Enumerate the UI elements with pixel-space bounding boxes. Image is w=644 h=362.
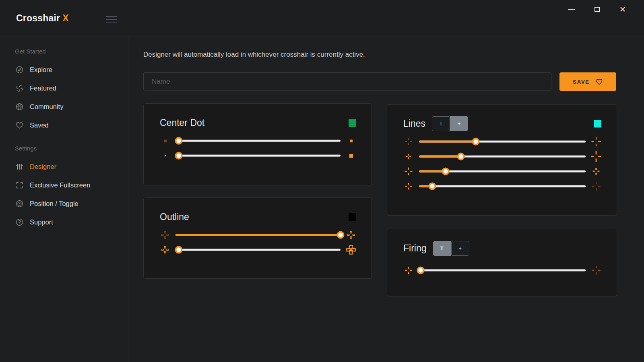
center-dot-size-row xyxy=(160,152,356,160)
globe-icon xyxy=(15,102,24,111)
crosshair-name-input[interactable] xyxy=(143,72,551,90)
lines-gap-slider[interactable] xyxy=(419,167,586,175)
center-dot-opacity-slider[interactable] xyxy=(175,137,341,145)
lines-toggle-plus-button[interactable]: + xyxy=(450,116,468,131)
save-button[interactable]: SAVE xyxy=(559,72,616,91)
firing-toggle-plus-button[interactable]: + xyxy=(451,241,469,256)
close-icon: ✕ xyxy=(619,6,626,13)
close-button[interactable]: ✕ xyxy=(617,4,628,14)
sidebar-item-designer[interactable]: Designer xyxy=(0,157,128,176)
lines-gap-row xyxy=(403,167,601,175)
sidebar-item-exclusive-fullscreen[interactable]: Exclusive Fullscreen xyxy=(0,176,128,194)
slider-thumb[interactable] xyxy=(337,231,345,239)
firing-title: Firing xyxy=(403,243,427,254)
lines-opacity-slider[interactable] xyxy=(419,182,586,190)
sidebar: Get Started Explore Featured Community S… xyxy=(0,37,128,362)
crosshair-outline-icon xyxy=(346,230,356,240)
slider-thumb[interactable] xyxy=(442,168,450,175)
logo-brand: Crosshair xyxy=(16,13,60,23)
crosshair-tight-icon xyxy=(403,265,414,276)
lines-length-slider[interactable] xyxy=(419,138,586,146)
crosshair-thick-dash-icon xyxy=(591,166,601,177)
crosshair-long-icon xyxy=(591,136,601,147)
slider-thumb[interactable] xyxy=(429,183,436,190)
crosshair-large-icon xyxy=(591,151,601,162)
outline-thickness-slider[interactable] xyxy=(175,246,341,254)
menu-icon[interactable] xyxy=(106,16,117,25)
heart-icon xyxy=(595,78,603,86)
lines-thickness-row xyxy=(403,152,601,160)
outline-thickness-row xyxy=(160,246,356,254)
maximize-icon xyxy=(594,7,600,12)
help-icon xyxy=(15,218,24,226)
slider-thumb[interactable] xyxy=(417,267,425,274)
designer-description: Designer will automatically load in whic… xyxy=(143,51,365,59)
window-controls: ✕ xyxy=(566,3,628,15)
outline-title: Outline xyxy=(160,212,189,222)
slider-thumb[interactable] xyxy=(175,137,183,145)
lines-color-swatch[interactable] xyxy=(594,120,601,128)
title-bar: CrosshairX ✕ xyxy=(0,0,644,37)
crosshair-small-icon xyxy=(403,151,414,162)
sidebar-item-label: Community xyxy=(30,103,63,111)
section-label-settings: Settings xyxy=(0,145,128,152)
crosshair-spread-dim-icon xyxy=(591,265,601,276)
center-dot-size-slider[interactable] xyxy=(175,152,341,160)
firing-toggle-t-button[interactable]: T xyxy=(433,241,451,256)
sidebar-item-position-toggle[interactable]: Position / Toggle xyxy=(0,194,128,213)
sidebar-item-label: Explore xyxy=(30,66,52,74)
sidebar-item-label: Position / Toggle xyxy=(30,200,78,208)
sidebar-item-label: Support xyxy=(30,218,53,226)
slider-thumb[interactable] xyxy=(457,153,464,160)
center-dot-opacity-row xyxy=(160,137,356,145)
outline-color-swatch[interactable] xyxy=(349,213,356,221)
sidebar-item-support[interactable]: Support xyxy=(0,213,128,231)
dot-large-icon xyxy=(346,150,356,161)
sliders-icon xyxy=(15,162,24,171)
dot-solid-icon xyxy=(346,136,356,146)
sidebar-item-community[interactable]: Community xyxy=(0,97,128,116)
sidebar-item-explore[interactable]: Explore xyxy=(0,60,128,79)
sidebar-item-label: Designer xyxy=(30,163,56,171)
outline-opacity-row xyxy=(160,231,356,239)
center-dot-title: Center Dot xyxy=(160,117,204,128)
lines-thickness-slider[interactable] xyxy=(419,152,586,160)
lines-title: Lines xyxy=(403,118,425,129)
app-logo: CrosshairX xyxy=(16,13,69,24)
slider-thumb[interactable] xyxy=(175,152,183,160)
target-icon xyxy=(15,199,24,208)
sidebar-item-featured[interactable]: Featured xyxy=(0,79,128,97)
sidebar-item-saved[interactable]: Saved xyxy=(0,116,128,134)
crosshair-thick-outline-icon xyxy=(346,245,356,255)
section-label-get-started: Get Started xyxy=(0,48,128,55)
maximize-button[interactable] xyxy=(592,4,602,14)
crosshair-short-dim-icon xyxy=(403,136,414,147)
center-dot-card: Center Dot xyxy=(143,103,372,185)
outline-opacity-slider[interactable] xyxy=(175,231,341,239)
minimize-icon xyxy=(568,9,575,10)
logo-accent: X xyxy=(62,13,69,23)
firing-error-slider[interactable] xyxy=(419,266,586,274)
sidebar-item-label: Exclusive Fullscreen xyxy=(30,181,90,189)
compass-icon xyxy=(15,65,24,74)
sidebar-item-label: Saved xyxy=(30,121,49,129)
firing-style-toggle: T + xyxy=(433,241,469,256)
center-dot-color-swatch[interactable] xyxy=(349,119,356,127)
lines-opacity-row xyxy=(403,182,601,190)
firing-card: Firing T + xyxy=(387,229,617,296)
crosshair-gap-icon xyxy=(403,166,414,177)
lines-length-row xyxy=(403,138,601,146)
lines-card: Lines T + xyxy=(387,104,617,216)
fullscreen-icon xyxy=(15,181,24,189)
slider-thumb[interactable] xyxy=(175,246,183,254)
minimize-button[interactable] xyxy=(566,4,576,14)
slider-thumb[interactable] xyxy=(472,138,479,146)
lines-style-toggle: T + xyxy=(432,116,468,131)
lines-toggle-t-button[interactable]: T xyxy=(432,116,450,131)
dot-dim-icon xyxy=(160,136,170,146)
crosshair-outline-dim-icon xyxy=(160,230,170,240)
crosshair-solid-icon xyxy=(403,181,414,191)
outline-card: Outline xyxy=(143,197,372,279)
scope-icon xyxy=(15,84,24,93)
heart-icon xyxy=(15,121,24,130)
